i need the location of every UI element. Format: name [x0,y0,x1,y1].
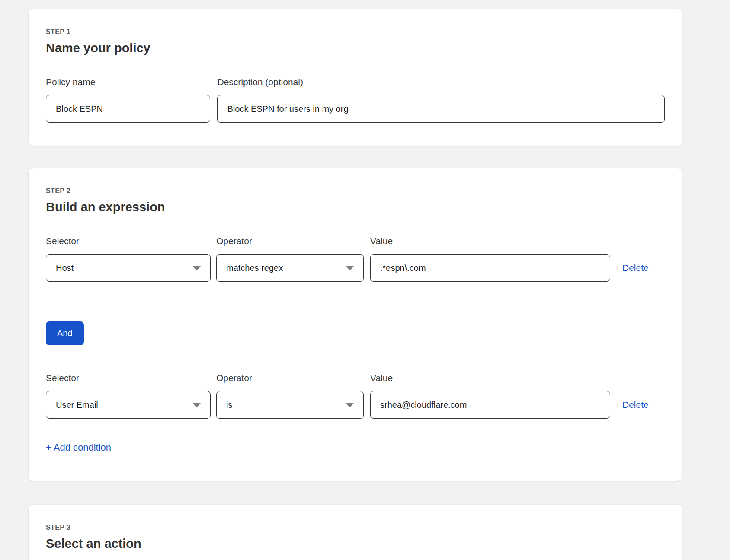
step2-label: STEP 2 [46,168,665,195]
and-button[interactable]: And [46,321,84,345]
description-input[interactable] [217,95,665,123]
selector-column-label: Selector [46,373,211,383]
value-input[interactable] [370,391,610,419]
step2-card: STEP 2 Build an expression Selector Oper… [29,168,682,481]
step1-label: STEP 1 [46,9,665,36]
step2-title: Build an expression [46,200,665,214]
chevron-down-icon [346,403,354,407]
selector-dropdown-value: User Email [56,400,98,410]
step3-title: Select an action [46,537,665,551]
delete-condition-link[interactable]: Delete [622,391,649,419]
value-input[interactable] [370,254,610,282]
selector-dropdown-value: Host [56,263,74,273]
operator-column-label: Operator [216,373,364,383]
operator-dropdown[interactable]: is [216,391,364,419]
operator-dropdown[interactable]: matches regex [216,254,364,282]
description-label: Description (optional) [217,77,665,87]
operator-dropdown-value: is [226,400,232,410]
step1-title: Name your policy [46,41,665,55]
step3-label: STEP 3 [46,505,665,531]
chevron-down-icon [193,403,201,407]
value-column-label: Value [370,236,610,246]
operator-column-label: Operator [216,236,364,246]
step3-card: STEP 3 Select an action [29,505,682,560]
policy-name-label: Policy name [46,77,210,87]
condition-row-1: Selector Operator Value Host matches reg… [46,236,665,282]
policy-builder-page: { "colors": { "accent_blue": "#1652c9", … [0,0,730,560]
value-column-label: Value [370,373,610,383]
chevron-down-icon [193,266,201,270]
step1-card: STEP 1 Name your policy Policy name Desc… [29,9,682,146]
add-condition-link[interactable]: + Add condition [46,442,111,453]
selector-column-label: Selector [46,236,211,246]
policy-name-input[interactable] [46,95,210,123]
delete-condition-link[interactable]: Delete [622,254,649,282]
condition-row-2: Selector Operator Value User Email is De… [46,373,665,419]
chevron-down-icon [346,266,354,270]
selector-dropdown[interactable]: User Email [46,391,211,419]
operator-dropdown-value: matches regex [226,263,283,273]
selector-dropdown[interactable]: Host [46,254,211,282]
